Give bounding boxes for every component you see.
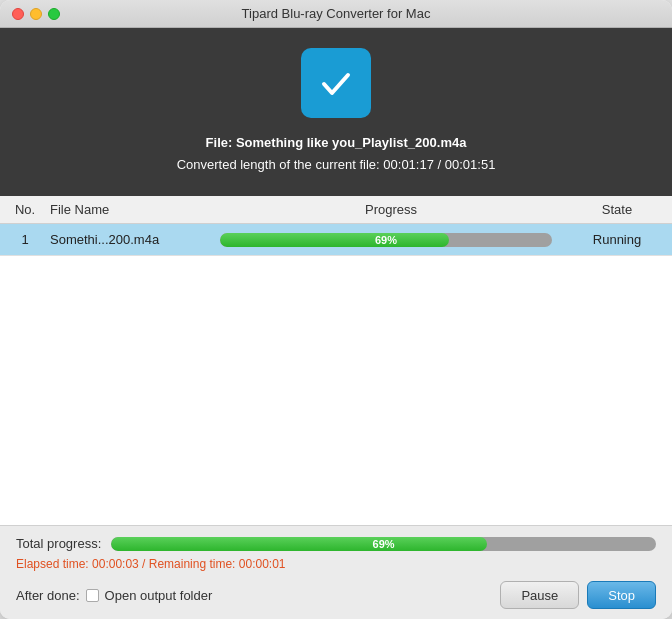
col-progress-header: Progress xyxy=(220,202,562,217)
table-section: No. File Name Progress State 1 Somethi..… xyxy=(0,196,672,525)
total-progress-pct: 69% xyxy=(373,538,395,550)
row-filename: Somethi...200.m4a xyxy=(50,232,220,247)
row-state: Running xyxy=(562,232,672,247)
minimize-button[interactable] xyxy=(30,8,42,20)
progress-bar: 69% xyxy=(220,233,552,247)
col-no-header: No. xyxy=(0,202,50,217)
header-section: File: Something like you_Playlist_200.m4… xyxy=(0,28,672,196)
action-buttons: Pause Stop xyxy=(500,581,656,609)
stop-button[interactable]: Stop xyxy=(587,581,656,609)
col-state-header: State xyxy=(562,202,672,217)
close-button[interactable] xyxy=(12,8,24,20)
col-filename-header: File Name xyxy=(50,202,220,217)
total-progress-row: Total progress: 69% xyxy=(16,536,656,551)
window-title: Tipard Blu-ray Converter for Mac xyxy=(242,6,431,21)
table-body: 1 Somethi...200.m4a 69% Running xyxy=(0,224,672,525)
pause-button[interactable]: Pause xyxy=(500,581,579,609)
file-info: File: Something like you_Playlist_200.m4… xyxy=(177,132,496,176)
progress-bar-fill xyxy=(220,233,449,247)
total-progress-bar: 69% xyxy=(111,537,656,551)
bottom-section: Total progress: 69% Elapsed time: 00:00:… xyxy=(0,525,672,619)
maximize-button[interactable] xyxy=(48,8,60,20)
converted-length-label: Converted length of the current file: 00… xyxy=(177,154,496,176)
open-output-label: Open output folder xyxy=(105,588,213,603)
row-no: 1 xyxy=(0,232,50,247)
progress-bar-label: 69% xyxy=(375,234,397,246)
elapsed-time-label: Elapsed time: 00:00:03 / Remaining time:… xyxy=(16,557,656,571)
check-icon xyxy=(316,63,356,103)
after-done-left: After done: Open output folder xyxy=(16,588,212,603)
after-done-row: After done: Open output folder Pause Sto… xyxy=(16,581,656,609)
row-progress: 69% xyxy=(220,233,562,247)
total-progress-label: Total progress: xyxy=(16,536,101,551)
table-row: 1 Somethi...200.m4a 69% Running xyxy=(0,224,672,256)
open-output-checkbox[interactable] xyxy=(86,589,99,602)
app-window: Tipard Blu-ray Converter for Mac File: S… xyxy=(0,0,672,619)
total-progress-bar-fill xyxy=(111,537,487,551)
traffic-lights xyxy=(12,8,60,20)
table-header: No. File Name Progress State xyxy=(0,196,672,224)
title-bar: Tipard Blu-ray Converter for Mac xyxy=(0,0,672,28)
check-icon-wrapper xyxy=(301,48,371,118)
file-name-label: File: Something like you_Playlist_200.m4… xyxy=(177,132,496,154)
after-done-label: After done: xyxy=(16,588,80,603)
